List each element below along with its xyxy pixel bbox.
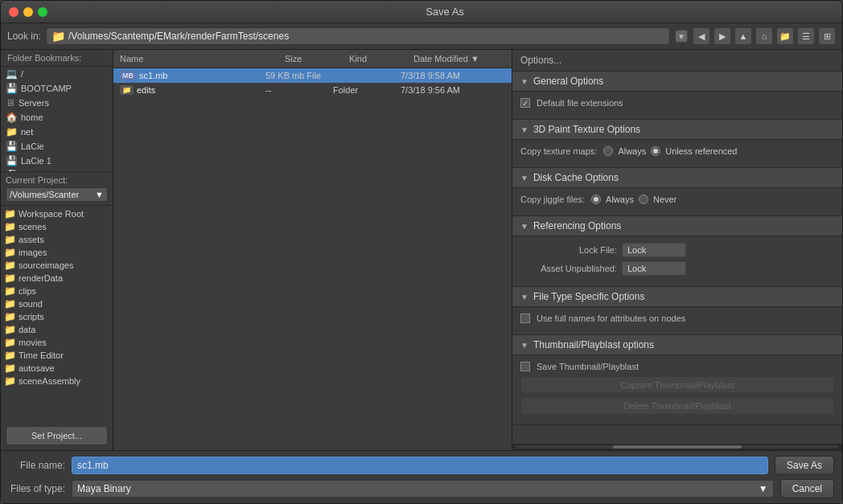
col-header-kind[interactable]: Kind [343,52,407,65]
filetype-dropdown[interactable]: Maya Binary ▼ [72,480,774,498]
nav-back-button[interactable]: ◀ [693,27,710,45]
tree-movies[interactable]: 📁 movies [1,336,113,349]
full-names-label: Use full names for attributes on nodes [537,313,685,323]
folder-icon: 📁 [4,285,16,297]
file-row[interactable]: MB sc1.mb 59 KB mb File 7/3/18 9:58 AM [113,68,512,83]
full-names-checkbox[interactable] [520,313,530,323]
file-row-name: 📁 edits [120,85,262,95]
copy-texture-always-radio[interactable] [603,146,613,156]
folder-icon: 📁 [4,298,16,309]
section-title: Referencing Options [533,220,621,232]
cancel-button[interactable]: Cancel [780,479,834,498]
bookmark-bootcamp[interactable]: 💾 BOOTCAMP [1,81,113,96]
tree-sound[interactable]: 📁 sound [1,297,113,310]
bookmarks-list: 💻 / 💾 BOOTCAMP 🖥 Servers 🏠 home 📁 [1,67,113,171]
bookmark-icon: 💻 [6,68,18,80]
set-project-button[interactable]: Set Project... [6,426,108,445]
tree-item-label: movies [19,338,47,347]
copy-jiggle-label: Copy jiggle files: [520,195,585,204]
nav-forward-button[interactable]: ▶ [713,27,731,45]
new-folder-button[interactable]: 📁 [776,27,794,45]
section-paint-header[interactable]: ▼ 3D Paint Texture Options [512,120,842,140]
close-button[interactable] [9,7,19,17]
tree-renderdata[interactable]: 📁 renderData [1,272,113,285]
tree-item-label: sound [19,299,43,309]
col-header-size[interactable]: Size [278,52,343,65]
file-row[interactable]: 📁 edits -- Folder 7/3/18 9:56 AM [113,83,512,97]
tree-item-label: sceneAssembly [19,376,80,386]
copy-jiggle-radio-group: Always Never [591,195,676,204]
tree-time-editor[interactable]: 📁 Time Editor [1,349,113,362]
dropdown-arrow-icon: ▼ [95,190,104,199]
section-title: Thumbnail/Playblast options [533,339,654,350]
copy-texture-radio-group: Always Unless referenced [603,146,737,156]
file-name: edits [137,85,155,95]
bookmark-label: / [21,69,23,79]
tree-data[interactable]: 📁 data [1,323,113,336]
tree-item-label: assets [19,235,44,244]
section-referencing: ▼ Referencing Options Lock File: Asset U… [512,216,842,287]
bookmark-home[interactable]: 🏠 home [1,110,113,125]
nav-up-button[interactable]: ▲ [734,27,752,45]
default-ext-checkbox[interactable]: ✓ [520,98,530,108]
folder-icon: 📁 [4,272,16,284]
section-referencing-header[interactable]: ▼ Referencing Options [512,216,842,236]
bookmark-lacie1[interactable]: 💾 LaCie 1 [1,154,113,168]
capture-thumbnail-button[interactable]: Capture Thumbnail/Playblast [520,376,834,394]
bookmark-icon: 💾 [6,141,18,152]
folder-icon: 📁 [4,234,16,245]
copy-jiggle-never-radio[interactable] [639,195,648,204]
delete-thumbnail-button[interactable]: Delete Thumbnail/Playblast [520,397,834,415]
tree-images[interactable]: 📁 images [1,246,113,259]
save-as-button[interactable]: Save As [775,456,834,475]
copy-jiggle-always-radio[interactable] [591,195,601,204]
file-row-size: -- [265,85,330,95]
minimize-button[interactable] [23,7,33,17]
tree-sourceimages[interactable]: 📁 sourceimages [1,259,113,272]
lookin-path: 📁 /Volumes/Scantemp/EMark/renderFarmTest… [46,27,670,45]
save-thumbnail-row: Save Thumbnail/Playblast [520,362,834,371]
bookmark-servers[interactable]: 🖥 Servers [1,96,113,110]
col-header-date[interactable]: Date Modified ▼ [407,52,512,65]
save-thumbnail-checkbox[interactable] [520,362,530,371]
bookmark-label: LaCie 1 [21,156,51,166]
tree-scene-assembly[interactable]: 📁 sceneAssembly [1,375,113,387]
bookmark-lacie[interactable]: 💾 LaCie [1,139,113,154]
maximize-button[interactable] [38,7,47,17]
section-file-type-content: Use full names for attributes on nodes [512,307,842,334]
col-header-name[interactable]: Name [113,52,278,65]
tree-clips[interactable]: 📁 clips [1,285,113,297]
section-general-header[interactable]: ▼ General Options [512,72,842,92]
lock-file-input[interactable] [622,243,686,257]
filename-input[interactable] [72,457,768,474]
scrollbar-thumb[interactable] [613,445,742,449]
copy-texture-unless-radio[interactable] [651,146,660,156]
lookin-dropdown-arrow[interactable]: ▼ [675,30,688,43]
grid-view-button[interactable]: ⊞ [818,27,836,45]
tree-autosave[interactable]: 📁 autosave [1,362,113,375]
bottom-bar: File name: Save As Files of type: Maya B… [1,450,842,503]
tree-scripts[interactable]: 📁 scripts [1,310,113,323]
home-button[interactable]: ⌂ [755,27,773,45]
options-header: Options... [512,50,842,72]
filetype-arrow-icon: ▼ [759,483,768,494]
lookin-path-text: /Volumes/Scantemp/EMark/renderFarmTest/s… [68,31,289,42]
bookmark-icon: 🏠 [6,112,18,123]
tree-assets[interactable]: 📁 assets [1,233,113,246]
bookmark-root[interactable]: 💻 / [1,67,113,81]
current-project-dropdown[interactable]: /Volumes/Scanter ▼ [6,187,108,202]
folder-icon: 📁 [4,221,16,232]
tree-workspace-root[interactable]: 📁 Workspace Root [1,207,113,220]
list-view-button[interactable]: ☰ [797,27,815,45]
horizontal-scrollbar[interactable] [512,444,842,450]
tree-scenes[interactable]: 📁 scenes [1,220,113,233]
section-title: General Options [533,76,603,87]
bookmark-net[interactable]: 📁 net [1,125,113,139]
scrollbar-track [516,445,839,449]
filename-row: File name: Save As [9,456,834,475]
section-thumbnail-header[interactable]: ▼ Thumbnail/Playblast options [512,335,842,355]
asset-unpublished-row: Asset Unpublished: [520,261,834,276]
asset-unpublished-input[interactable] [622,261,686,276]
section-file-type-header[interactable]: ▼ File Type Specific Options [512,287,842,307]
section-disk-cache-header[interactable]: ▼ Disk Cache Options [512,168,842,188]
